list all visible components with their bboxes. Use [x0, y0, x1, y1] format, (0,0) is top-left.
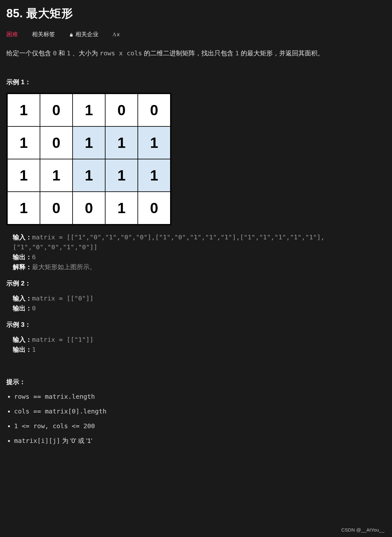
matrix-cell: 0	[105, 94, 138, 126]
output-value: 1	[32, 346, 36, 353]
matrix-cell: 1	[7, 126, 40, 159]
desc-text: 的二维二进制矩阵，找出只包含	[142, 50, 235, 57]
example1-matrix: 10100101111111110010	[6, 93, 171, 225]
lock-icon	[69, 32, 74, 36]
watermark: CSDN @__AtYou__	[341, 527, 384, 533]
example1-io: 输入：matrix = [["1","0","1","0","0"],["1",…	[6, 232, 386, 272]
matrix-cell: 1	[138, 126, 170, 159]
desc-code: 1	[67, 49, 71, 57]
problem-description: 给定一个仅包含 0 和 1 、大小为 rows x cols 的二维二进制矩阵，…	[6, 48, 386, 59]
problem-title: 85. 最大矩形	[6, 6, 386, 21]
output-label: 输出：	[13, 346, 32, 353]
matrix-cell: 0	[138, 192, 170, 224]
matrix-cell: 0	[40, 126, 73, 159]
hint-code: cols == matrix[0].length	[14, 407, 106, 415]
output-value: 0	[32, 304, 36, 312]
input-value: matrix = [["1"]]	[32, 336, 94, 343]
example3-heading: 示例 3：	[6, 320, 386, 329]
hint-code: rows == matrix.length	[14, 393, 95, 400]
hint-code: matrix[i][j]	[14, 437, 60, 445]
matrix-cell: 1	[105, 126, 138, 159]
input-label: 输入：	[13, 234, 32, 241]
example2-io: 输入：matrix = [["0"]] 输出：0	[6, 293, 386, 313]
input-label: 输入：	[13, 336, 32, 343]
hint-item: cols == matrix[0].length	[14, 407, 386, 416]
related-companies-label: 相关企业	[75, 30, 98, 38]
desc-text: 和	[57, 50, 67, 57]
matrix-cell: 0	[40, 192, 73, 224]
hints-list: rows == matrix.lengthcols == matrix[0].l…	[6, 392, 386, 445]
desc-code: 1	[235, 49, 239, 57]
desc-text: 的最大矩形，并返回其面积。	[239, 50, 324, 57]
matrix-cell: 1	[73, 159, 105, 192]
input-value: matrix = [["0"]]	[32, 294, 94, 302]
input-value: matrix = [["1","0","1","0","0"],["1","0"…	[13, 233, 325, 251]
related-companies-link[interactable]: 相关企业	[69, 30, 98, 38]
explain-label: 解释：	[13, 263, 32, 270]
matrix-cell: 1	[7, 192, 40, 224]
matrix-cell: 0	[73, 192, 105, 224]
matrix-cell: 1	[7, 159, 40, 192]
example2-heading: 示例 2：	[6, 279, 386, 288]
matrix-cell: 1	[138, 159, 170, 192]
explain-value: 最大矩形如上图所示。	[32, 263, 96, 270]
hint-item: rows == matrix.length	[14, 392, 386, 401]
hint-item: matrix[i][j] 为 '0' 或 '1'	[14, 436, 386, 445]
matrix-cell: 1	[40, 159, 73, 192]
difficulty-badge[interactable]: 困难	[6, 30, 18, 38]
matrix-cell: 1	[105, 192, 138, 224]
font-size-icon[interactable]: A𝗑	[113, 31, 120, 37]
hint-item: 1 <= row, cols <= 200	[14, 421, 386, 430]
example3-io: 输入：matrix = [["1"]] 输出：1	[6, 335, 386, 355]
desc-code: rows x cols	[100, 49, 142, 57]
input-label: 输入：	[13, 295, 32, 302]
matrix-cell: 0	[40, 94, 73, 126]
hint-text: 为 '0' 或 '1'	[60, 437, 92, 444]
hints-heading: 提示：	[6, 378, 386, 386]
related-tags-link[interactable]: 相关标签	[32, 30, 55, 38]
example1-heading: 示例 1：	[6, 78, 386, 86]
output-value: 6	[32, 253, 36, 261]
matrix-cell: 1	[73, 126, 105, 159]
page-root: 85. 最大矩形 困难 相关标签 相关企业 A𝗑 给定一个仅包含 0 和 1 、…	[0, 0, 392, 537]
matrix-cell: 1	[73, 94, 105, 126]
matrix-cell: 0	[138, 94, 170, 126]
matrix-cell: 1	[105, 159, 138, 192]
desc-text: 给定一个仅包含	[6, 50, 53, 57]
output-label: 输出：	[13, 305, 32, 312]
desc-text: 、大小为	[71, 50, 100, 57]
output-label: 输出：	[13, 253, 32, 260]
meta-row: 困难 相关标签 相关企业 A𝗑	[6, 30, 386, 38]
matrix-cell: 1	[7, 94, 40, 126]
desc-code: 0	[53, 49, 57, 57]
hint-code: 1 <= row, cols <= 200	[14, 422, 95, 430]
